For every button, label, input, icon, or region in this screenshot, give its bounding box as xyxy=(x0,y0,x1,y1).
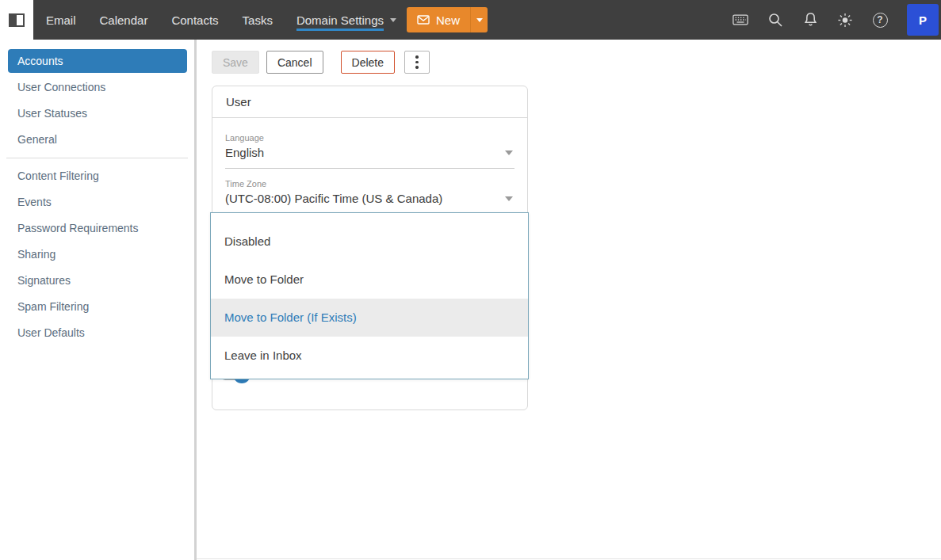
nav-item-email[interactable]: Email xyxy=(46,0,76,40)
sidebar-item-label: User Defaults xyxy=(17,326,85,339)
chevron-down-icon xyxy=(505,196,513,201)
option-disabled[interactable]: Disabled xyxy=(211,223,528,261)
option-move-to-folder[interactable]: Move to Folder xyxy=(211,261,528,299)
sidebar-item-label: Content Filtering xyxy=(17,170,99,182)
sidebar-item-signatures[interactable]: Signatures xyxy=(0,268,194,294)
sidebar-item-label: Signatures xyxy=(17,274,71,287)
brightness-sun-icon[interactable] xyxy=(837,12,853,28)
kebab-menu-icon xyxy=(415,55,419,59)
field-label: Language xyxy=(225,133,514,143)
sidebar-toggle-icon xyxy=(9,13,25,27)
cancel-button[interactable]: Cancel xyxy=(266,51,323,74)
sidebar-item-user-defaults[interactable]: User Defaults xyxy=(0,320,194,346)
sidebar-collapse-button[interactable] xyxy=(0,0,33,40)
sidebar-item-label: Accounts xyxy=(17,55,63,67)
kebab-menu-icon xyxy=(415,66,419,69)
new-button-label: New xyxy=(436,13,460,27)
nav-menu: Email Calendar Contacts Tasks Domain Set… xyxy=(46,0,420,40)
envelope-icon xyxy=(417,15,430,25)
nav-item-label: Tasks xyxy=(243,13,273,27)
action-toolbar: Save Cancel Delete xyxy=(212,51,430,74)
field-value: (UTC-08:00) Pacific Time (US & Canada) xyxy=(225,192,514,214)
tab-label: User xyxy=(226,95,251,109)
chevron-down-icon xyxy=(390,18,396,22)
keyboard-icon[interactable] xyxy=(733,12,748,28)
nav-right-icons: ? P xyxy=(733,0,939,40)
help-icon[interactable]: ? xyxy=(872,12,888,28)
help-glyph: ? xyxy=(877,14,882,25)
sidebar-item-sharing[interactable]: Sharing xyxy=(0,242,194,268)
new-split-button[interactable]: New xyxy=(407,7,488,32)
tab-user[interactable]: User xyxy=(212,86,527,118)
field-label: Time Zone xyxy=(225,179,514,189)
nav-item-contacts[interactable]: Contacts xyxy=(171,0,218,40)
sidebar-item-label: Password Requirements xyxy=(17,222,139,234)
sidebar-item-label: General xyxy=(17,133,57,146)
chevron-down-icon xyxy=(476,18,483,22)
sidebar-item-events[interactable]: Events xyxy=(0,189,194,215)
language-select[interactable]: Language English xyxy=(225,118,514,169)
search-icon[interactable] xyxy=(767,12,783,28)
new-button[interactable]: New xyxy=(407,7,470,32)
sidebar-item-general[interactable]: General xyxy=(0,127,194,153)
nav-item-label: Calendar xyxy=(100,13,148,27)
select-options-popup: Disabled Move to Folder Move to Folder (… xyxy=(210,212,529,379)
field-value: English xyxy=(225,146,514,168)
avatar[interactable]: P xyxy=(907,4,939,36)
sidebar-item-label: User Connections xyxy=(17,81,105,93)
sidebar-item-content-filtering[interactable]: Content Filtering xyxy=(0,163,194,189)
timezone-select[interactable]: Time Zone (UTC-08:00) Pacific Time (US &… xyxy=(225,169,514,215)
avatar-initial: P xyxy=(919,13,927,27)
option-move-to-folder-if-exists[interactable]: Move to Folder (If Exists) xyxy=(211,299,528,337)
chevron-down-icon xyxy=(505,150,513,155)
sidebar-item-label: User Statuses xyxy=(17,107,87,120)
nav-item-tasks[interactable]: Tasks xyxy=(243,0,273,40)
sidebar-item-label: Events xyxy=(17,196,52,208)
sidebar-item-user-statuses[interactable]: User Statuses xyxy=(0,101,194,127)
nav-item-label: Contacts xyxy=(171,13,218,27)
more-options-button[interactable] xyxy=(404,51,430,74)
notifications-bell-icon[interactable] xyxy=(802,12,818,28)
nav-item-label: Domain Settings xyxy=(296,13,384,31)
sidebar-item-password-requirements[interactable]: Password Requirements xyxy=(0,215,194,242)
nav-item-calendar[interactable]: Calendar xyxy=(100,0,148,40)
sidebar-item-accounts[interactable]: Accounts xyxy=(8,49,187,73)
settings-sidebar: Accounts User Connections User Statuses … xyxy=(0,40,194,560)
sidebar-item-label: Sharing xyxy=(17,248,55,261)
new-button-dropdown-caret[interactable] xyxy=(470,7,488,32)
content-bottom-border xyxy=(197,558,941,559)
kebab-menu-icon xyxy=(415,61,419,64)
sidebar-divider xyxy=(6,158,188,158)
top-navbar: Email Calendar Contacts Tasks Domain Set… xyxy=(0,0,941,40)
sidebar-separator xyxy=(194,40,197,560)
delete-button[interactable]: Delete xyxy=(341,51,395,74)
option-leave-in-inbox[interactable]: Leave in Inbox xyxy=(211,337,528,375)
sidebar-item-spam-filtering[interactable]: Spam Filtering xyxy=(0,294,194,320)
save-button[interactable]: Save xyxy=(212,51,259,74)
sidebar-item-user-connections[interactable]: User Connections xyxy=(0,74,194,101)
nav-item-domain-settings[interactable]: Domain Settings xyxy=(296,0,396,40)
nav-item-label: Email xyxy=(46,13,76,27)
sidebar-item-label: Spam Filtering xyxy=(17,300,89,313)
